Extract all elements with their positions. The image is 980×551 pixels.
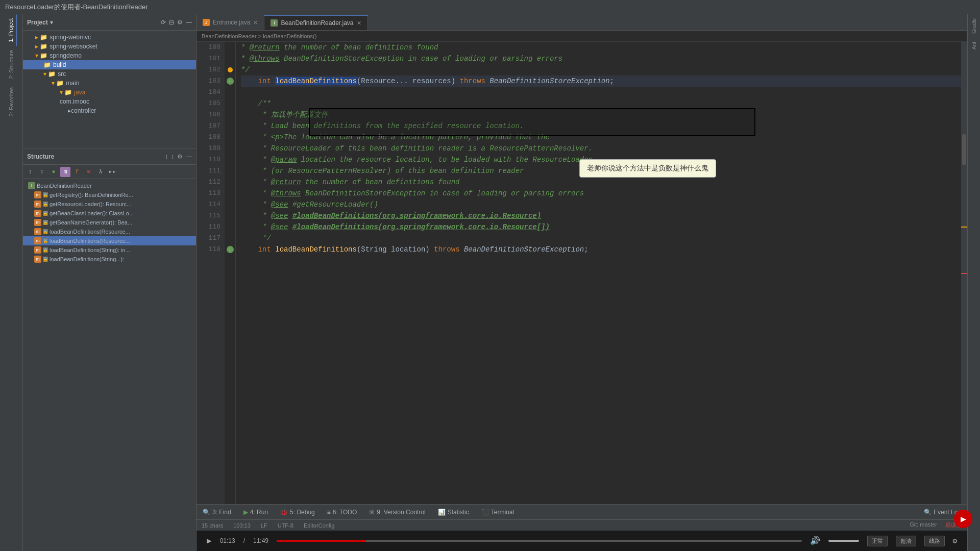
code-text: * @throws BeanDefinitionStoreException i… xyxy=(241,188,584,199)
breadcrumb: BeanDefinitionReader > loadBeanDefinitio… xyxy=(197,31,967,42)
inherit-btn[interactable]: ⊗ xyxy=(84,167,94,177)
speed-normal[interactable]: 正常 xyxy=(867,536,888,546)
tree-label: spring-websocket xyxy=(50,43,97,50)
folder-icon: ▸ 📁 xyxy=(35,43,47,50)
tree-item-comimooc[interactable]: com.imooc xyxy=(23,97,196,106)
field-btn[interactable]: f xyxy=(72,167,82,177)
code-line-116: * @see #loadBeanDefinitions(org.springfr… xyxy=(241,221,961,233)
tree-item-spring-webmvc[interactable]: ▸ 📁 spring-webmvc xyxy=(23,33,196,42)
struct-item-getregistry[interactable]: m 🔒 getRegistry(): BeanDefinitionRe... xyxy=(23,190,196,199)
close-tab-bdr[interactable]: ✕ xyxy=(357,20,361,27)
sort-az-icon[interactable]: ↕ xyxy=(165,153,168,160)
current-time: 01:13 xyxy=(220,537,235,544)
struct-item-getresourceloader[interactable]: m 🔒 getResourceLoader(): Resourc... xyxy=(23,199,196,209)
settings-icon[interactable]: ⚙ xyxy=(177,19,183,26)
anon-btn[interactable]: λ xyxy=(95,167,106,177)
tree-item-java[interactable]: ▾ 📁 java xyxy=(23,88,196,97)
main-layout: 1: Project 2: Structure 2: Favorites Pro… xyxy=(0,14,980,551)
play-icon: ▶ xyxy=(961,515,966,523)
speed-hd[interactable]: 超清 xyxy=(896,536,916,546)
play-control-btn[interactable]: ▶ xyxy=(207,536,212,546)
code-line-100: * @return the number of bean definitions… xyxy=(241,42,961,53)
struct-item-loadbean4[interactable]: m 🔒 loadBeanDefinitions(String...): xyxy=(23,255,196,264)
version-label: 9: Version Control xyxy=(377,509,425,516)
tree-item-main[interactable]: ▾ 📁 main xyxy=(23,79,196,88)
sort-btn[interactable]: ↕ xyxy=(25,167,35,177)
collapse-icon[interactable]: ⊟ xyxy=(169,19,174,26)
tab-entrance[interactable]: J Entrance.java ✕ xyxy=(197,15,264,30)
debug-icon: 🐞 xyxy=(280,509,288,516)
struct-item-getbeanclassloader[interactable]: m 🔒 getBeanClassLoader(): ClassLo... xyxy=(23,209,196,218)
code-text: /** xyxy=(241,98,271,109)
lock-icon: 🔒 xyxy=(43,211,48,216)
settings-icon[interactable]: ⚙ xyxy=(177,153,183,160)
more-btn[interactable]: ▸▸ xyxy=(107,167,117,177)
editor-area[interactable]: 老师你说这个方法中是负数是神什么鬼 100 101 102 103 104 10… xyxy=(197,42,967,504)
tree-item-controller[interactable]: ▸ controller xyxy=(23,106,196,115)
left-sidebar: Project ▾ ⟳ ⊟ ⚙ — ▸ 📁 spring-webmvc ▸ 📁 … xyxy=(23,14,197,551)
struct-item-loadbean2[interactable]: m 🔒 loadBeanDefinitions(Resource... xyxy=(23,236,196,245)
tab-label: Entrance.java xyxy=(213,19,250,26)
m-icon: m xyxy=(34,237,41,244)
tab-structure-left[interactable]: 2: Structure xyxy=(6,46,16,83)
statistic-label: Statistic xyxy=(448,509,469,516)
tree-item-src[interactable]: ▾ 📁 src xyxy=(23,69,196,79)
statistic-toolbar-item[interactable]: 📊 Statistic xyxy=(436,508,471,517)
minimize-icon[interactable]: — xyxy=(186,19,192,26)
tree-item-build[interactable]: 📁 build xyxy=(23,60,196,69)
java-file-icon: J xyxy=(203,19,210,26)
code-content[interactable]: * @return the number of bean definitions… xyxy=(236,42,961,504)
close-tab-entrance[interactable]: ✕ xyxy=(253,19,258,26)
tab-project[interactable]: 1: Project xyxy=(6,14,17,46)
title-bar: ResourceLoader的使用者-BeanDefinitionReader xyxy=(0,0,980,14)
volume-slider[interactable] xyxy=(828,540,859,542)
struct-item-class[interactable]: I BeanDefinitionReader xyxy=(23,181,196,190)
project-tree: ▸ 📁 spring-webmvc ▸ 📁 spring-websocket ▾… xyxy=(23,31,196,148)
project-dropdown[interactable]: ▾ xyxy=(50,19,53,26)
code-text: * @see #loadBeanDefinitions(org.springfr… xyxy=(241,221,550,233)
sync-icon[interactable]: ⟳ xyxy=(161,19,166,26)
tree-item-springdemo[interactable]: ▾ 📁 springdemo xyxy=(23,51,196,60)
struct-item-getbeannamegenerator[interactable]: m 🔒 getBeanNameGenerator(): Bea... xyxy=(23,218,196,227)
todo-icon: ≡ xyxy=(327,509,331,516)
sort-za-icon[interactable]: ↕ xyxy=(171,153,174,160)
tab-bar: J Entrance.java ✕ I BeanDefinitionReader… xyxy=(197,14,967,31)
todo-toolbar-item[interactable]: ≡ 6: TODO xyxy=(325,508,359,517)
encoding-status: UTF-8 xyxy=(278,522,293,529)
play-button[interactable]: ▶ xyxy=(954,510,972,528)
scrollbar[interactable] xyxy=(961,42,967,504)
find-toolbar-item[interactable]: 🔍 3: Find xyxy=(201,508,233,517)
m-icon: m xyxy=(34,246,41,254)
struct-item-loadbean3[interactable]: m 🔒 loadBeanDefinitions(String): in... xyxy=(23,245,196,255)
struct-item-loadbean1[interactable]: m 🔒 loadBeanDefinitions(Resource... xyxy=(23,227,196,236)
settings-control-icon[interactable]: ⚙ xyxy=(953,537,957,545)
lock-icon: 🔒 xyxy=(43,247,48,253)
speed-line[interactable]: 线路 xyxy=(924,536,945,546)
debug-toolbar-item[interactable]: 🐞 5: Debug xyxy=(278,508,317,517)
breadcrumb-text: BeanDefinitionReader > loadBeanDefinitio… xyxy=(202,33,316,39)
terminal-label: Terminal xyxy=(491,509,514,516)
minimize-icon[interactable]: — xyxy=(186,153,192,160)
code-line-106: * 加载单个配置文件 xyxy=(241,109,961,120)
find-label: 3: Find xyxy=(212,509,231,516)
structure-panel: Structure ↕ ↕ ⚙ — ↕ ↕ ● m f ⊗ λ ▸▸ xyxy=(23,148,196,362)
terminal-toolbar-item[interactable]: ⬛ Terminal xyxy=(479,508,516,517)
run-toolbar-item[interactable]: ▶ 4: Run xyxy=(241,508,270,517)
tab-gradle[interactable]: Gradle xyxy=(969,14,979,38)
volume-icon[interactable]: 🔊 xyxy=(810,536,820,546)
version-control-toolbar-item[interactable]: ⑨ 9: Version Control xyxy=(367,508,427,517)
method-btn[interactable]: m xyxy=(60,167,70,177)
tab-ant[interactable]: Ant xyxy=(969,38,979,54)
tree-item-spring-websocket[interactable]: ▸ 📁 spring-websocket xyxy=(23,42,196,51)
visibility-btn[interactable]: ● xyxy=(48,167,59,177)
search-icon: 🔍 xyxy=(924,509,932,516)
tab-bdr[interactable]: I BeanDefinitionReader.java ✕ xyxy=(264,15,368,30)
impl-badge2: ↓ xyxy=(227,246,234,253)
bottom-toolbar: 🔍 3: Find ▶ 4: Run 🐞 5: Debug ≡ 6: TODO … xyxy=(197,504,967,519)
progress-bar[interactable] xyxy=(277,540,802,542)
m-icon: m xyxy=(34,210,41,217)
terminal-icon: ⬛ xyxy=(481,509,489,516)
tab-favorites[interactable]: 2: Favorites xyxy=(6,83,16,120)
sort-btn2[interactable]: ↕ xyxy=(37,167,47,177)
folder-icon: ▾ 📁 xyxy=(60,89,72,96)
